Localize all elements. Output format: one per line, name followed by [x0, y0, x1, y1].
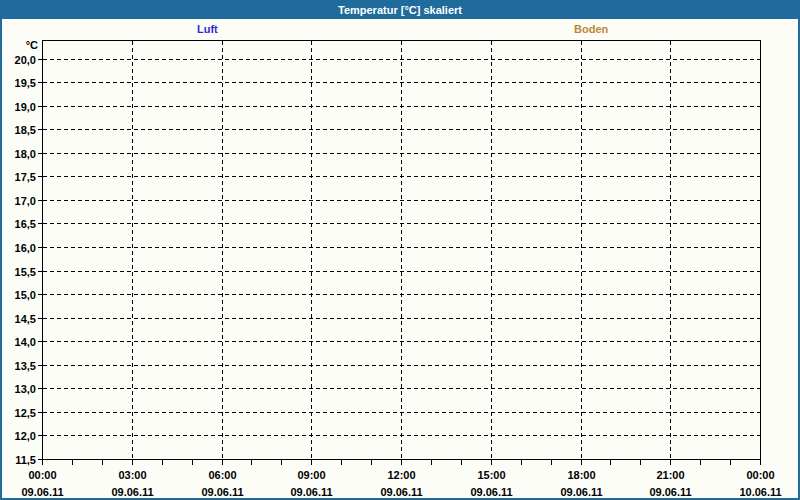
y-tick-label: 17,0 [15, 195, 36, 207]
y-tick-label: 14,5 [15, 313, 36, 325]
y-tick-label: 12,0 [15, 430, 36, 442]
y-axis-unit-label: °C [26, 39, 38, 51]
x-tick-date-label: 09.06.11 [560, 486, 602, 498]
y-tick-label: 18,0 [15, 148, 36, 160]
y-tick-label: 16,0 [15, 242, 36, 254]
y-tick-label: 15,0 [15, 289, 36, 301]
y-tick-label: 20,0 [15, 54, 36, 66]
y-tick-label: 17,5 [15, 171, 36, 183]
y-tick-label: 13,5 [15, 360, 36, 372]
x-tick-time-label: 21:00 [656, 469, 684, 481]
y-tick-label: 13,0 [15, 383, 36, 395]
x-tick-time-label: 15:00 [477, 469, 505, 481]
y-tick-label: 11,5 [15, 454, 36, 466]
x-tick-date-label: 09.06.11 [201, 486, 243, 498]
x-tick-time-label: 06:00 [208, 469, 236, 481]
x-tick-date-label: 09.06.11 [21, 486, 63, 498]
x-tick-date-label: 09.06.11 [380, 486, 422, 498]
x-tick-time-label: 12:00 [387, 469, 415, 481]
x-tick-time-label: 00:00 [28, 469, 56, 481]
y-tick-label: 18,5 [15, 124, 36, 136]
x-tick-time-label: 09:00 [297, 469, 325, 481]
app-window: Temperatur [°C] skaliert Luft Boden 20,0… [0, 0, 800, 500]
x-tick-date-label: 10.06.11 [739, 486, 781, 498]
x-tick-date-label: 09.06.11 [111, 486, 153, 498]
x-tick-date-label: 09.06.11 [649, 486, 691, 498]
y-tick-label: 19,5 [15, 77, 36, 89]
y-tick-label: 15,5 [15, 266, 36, 278]
x-tick-time-label: 18:00 [567, 469, 595, 481]
x-tick-date-label: 09.06.11 [470, 486, 512, 498]
plot-frame [43, 41, 761, 460]
y-tick-label: 16,5 [15, 218, 36, 230]
y-tick-label: 12,5 [15, 407, 36, 419]
x-tick-time-label: 00:00 [746, 469, 774, 481]
chart-plot-area: 20,019,519,018,518,017,517,016,516,015,5… [2, 2, 798, 498]
y-tick-label: 19,0 [15, 101, 36, 113]
y-tick-label: 14,0 [15, 336, 36, 348]
x-tick-time-label: 03:00 [118, 469, 146, 481]
x-tick-date-label: 09.06.11 [290, 486, 332, 498]
